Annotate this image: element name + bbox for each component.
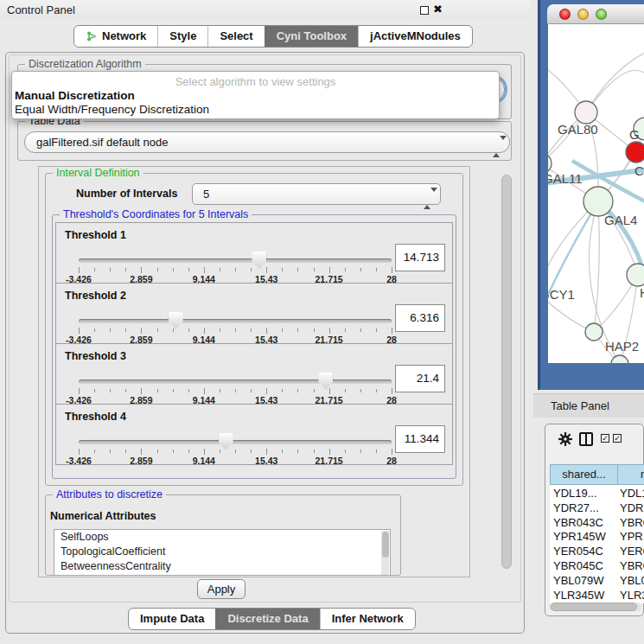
cell-shared-name: YLR345W	[553, 589, 604, 602]
threshold-panel-4: Threshold 4-3.4262.8599.14415.4321.71528…	[55, 404, 453, 465]
slider-track[interactable]	[79, 258, 392, 263]
zoom-traffic-light-icon[interactable]	[596, 9, 607, 20]
tab-label: Select	[220, 26, 252, 47]
cell-shared-name: YDL19...	[553, 487, 597, 500]
cell-name: YDR2	[620, 501, 644, 514]
close-traffic-light-icon[interactable]	[559, 9, 571, 20]
combo-arrows-icon	[493, 137, 501, 156]
network-node-label: HAP2	[605, 339, 639, 354]
threshold-slider[interactable]: -3.4262.8599.14415.4321.71528	[79, 315, 392, 341]
slider-ticks	[79, 448, 392, 456]
column-header-shared-name[interactable]: shared...	[550, 464, 618, 485]
slider-track[interactable]	[79, 319, 392, 323]
slider-track[interactable]	[79, 379, 392, 384]
threshold-panel-1: Threshold 1-3.4262.8599.14415.4321.71528…	[55, 222, 453, 284]
cell-name: YDL1	[620, 487, 644, 500]
table-row[interactable]: YBR043CYBR0	[550, 516, 644, 531]
threshold-value-field[interactable]: 6.316	[395, 304, 445, 332]
cell-shared-name: YBL079W	[553, 574, 604, 587]
split-columns-icon[interactable]	[579, 432, 593, 446]
table-row[interactable]: YDL19...YDL1	[550, 487, 644, 501]
slider-ticks	[79, 327, 392, 335]
table-panel-window: ✓ ✓ shared... name YDL19...YDL1YDR27...Y…	[545, 424, 644, 616]
number-of-intervals-combobox[interactable]: 5	[192, 183, 441, 205]
network-window-titlebar[interactable]	[547, 4, 644, 24]
slider-ticks	[79, 387, 392, 395]
settings-scrollbar[interactable]	[501, 175, 512, 569]
table-row[interactable]: YBR045CYBR0	[550, 559, 644, 574]
gear-icon[interactable]	[558, 431, 573, 447]
control-panel-titlebar: Control Panel ✖	[0, 0, 530, 19]
attribute-list-item[interactable]: TopologicalCoefficient	[54, 545, 390, 559]
threshold-list: Threshold 1-3.4262.8599.14415.4321.71528…	[55, 223, 453, 465]
algorithm-dropdown-popup: Select algorithm to view settings Manual…	[11, 71, 500, 119]
tab-network[interactable]: Network	[74, 26, 157, 47]
network-node-gal80[interactable]	[575, 101, 597, 124]
tab-jactivemnodules[interactable]: jActiveMNodules	[358, 26, 472, 47]
cell-shared-name: YER054C	[553, 545, 603, 558]
column-header-name[interactable]: name	[617, 464, 644, 485]
threshold-slider[interactable]: -3.4262.8599.14415.4321.71528	[79, 436, 392, 462]
slider-track[interactable]	[79, 440, 392, 444]
network-node[interactable]	[611, 355, 628, 363]
number-of-intervals-value: 5	[203, 188, 209, 201]
discretization-algorithm-group-title: Discretization Algorithm	[25, 58, 145, 70]
network-node-h[interactable]	[627, 264, 644, 286]
algorithm-option-manual[interactable]: Manual Discretization	[15, 89, 135, 102]
table-panel-header: Table Panel	[533, 393, 644, 418]
minimize-traffic-light-icon[interactable]	[577, 9, 589, 20]
network-icon	[86, 30, 98, 42]
tab-label: jActiveMNodules	[370, 26, 461, 47]
cell-name: YPR1	[620, 530, 644, 543]
numerical-attributes-label: Numerical Attributes	[50, 510, 156, 522]
network-canvas[interactable]: GAL80GCGAL11GAL4GCY1HHAP2	[548, 24, 644, 363]
network-node-label: GAL4	[604, 213, 637, 227]
bottom-tab-discretize-data[interactable]: Discretize Data	[215, 609, 319, 629]
cell-name: YBL0	[620, 574, 644, 587]
network-node-gal4[interactable]	[583, 187, 613, 216]
bottom-tab-impute-data[interactable]: Impute Data	[129, 609, 215, 629]
table-row[interactable]: YDR27...YDR2	[550, 501, 644, 516]
table-data-combobox[interactable]: galFiltered.sif default node	[24, 131, 510, 153]
threshold-slider[interactable]: -3.4262.8599.14415.4321.71528	[79, 375, 392, 401]
numerical-attributes-list[interactable]: SelfLoopsTopologicalCoefficientBetweenne…	[54, 529, 391, 576]
close-icon[interactable]: ✖	[433, 3, 443, 16]
network-node-hap2[interactable]	[585, 323, 603, 341]
control-panel-tabs: NetworkStyleSelectCyni ToolboxjActiveMNo…	[73, 25, 473, 48]
algorithm-placeholder: Select algorithm to view settings	[12, 75, 499, 88]
float-window-icon[interactable]	[420, 6, 429, 15]
bottom-tab-infer-network[interactable]: Infer Network	[320, 609, 415, 629]
bottom-tab-label: Infer Network	[332, 609, 404, 629]
table-row[interactable]: YER054CYER0	[550, 545, 644, 559]
table-horizontal-scrollbar[interactable]	[549, 603, 641, 611]
tab-style[interactable]: Style	[157, 26, 207, 47]
network-node-c[interactable]	[626, 142, 644, 163]
algorithm-option-equal-width[interactable]: Equal Width/Frequency Discretization	[15, 103, 209, 116]
table-row[interactable]: YPR145WYPR1	[550, 530, 644, 545]
table-row[interactable]: YLR345WYLR3	[550, 589, 644, 603]
checkbox-icon[interactable]: ✓	[601, 434, 609, 443]
slider-tick-labels: -3.4262.8599.14415.4321.71528	[79, 456, 392, 466]
attribute-list-item[interactable]: SelfLoops	[54, 530, 390, 545]
attributes-scrollbar[interactable]	[381, 531, 389, 576]
cell-shared-name: YBR043C	[553, 516, 603, 529]
table-header-row: shared... name	[550, 464, 644, 485]
threshold-value-field[interactable]: 14.713	[395, 244, 445, 271]
interval-definition-group-title: Interval Definition	[53, 167, 143, 179]
checkbox-icon[interactable]: ✓	[613, 434, 622, 443]
tab-cyni-toolbox[interactable]: Cyni Toolbox	[265, 26, 358, 47]
threshold-panel-2: Threshold 2-3.4262.8599.14415.4321.71528…	[55, 283, 453, 344]
tab-label: Style	[169, 26, 196, 47]
network-node-label: H	[640, 285, 644, 300]
apply-button[interactable]: Apply	[197, 579, 245, 599]
threshold-value-field[interactable]: 11.344	[395, 425, 445, 453]
threshold-slider[interactable]: -3.4262.8599.14415.4321.71528	[79, 254, 392, 280]
table-panel-title: Table Panel	[551, 399, 609, 412]
node-table[interactable]: shared... name YDL19...YDL1YDR27...YDR2Y…	[550, 464, 644, 603]
threshold-value-field[interactable]: 21.4	[395, 365, 445, 392]
cell-name: YBR0	[620, 516, 644, 529]
attribute-list-item[interactable]: BetweennessCentrality	[54, 559, 390, 574]
tab-select[interactable]: Select	[207, 26, 264, 47]
table-row[interactable]: YBL079WYBL0	[550, 574, 644, 589]
network-node-label: GAL80	[558, 122, 598, 137]
